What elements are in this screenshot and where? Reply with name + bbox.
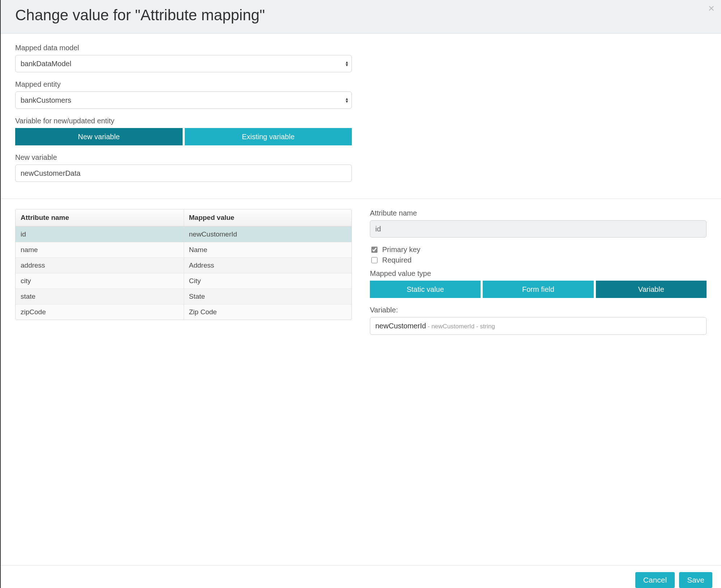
type-form-toggle[interactable]: Form field bbox=[483, 281, 593, 298]
variable-name: newCustomerId bbox=[375, 322, 426, 330]
cell-attribute-name: city bbox=[16, 273, 184, 289]
mapped-model-select[interactable]: bankDataModel bbox=[15, 55, 352, 72]
type-static-toggle[interactable]: Static value bbox=[370, 281, 481, 298]
primary-key-label: Primary key bbox=[382, 246, 421, 254]
required-row[interactable]: Required bbox=[370, 256, 707, 264]
cell-attribute-name: address bbox=[16, 257, 184, 273]
dialog-body: Mapped data model bankDataModel ▴▾ Mappe… bbox=[1, 34, 721, 565]
variable-meta: - newCustomerId - string bbox=[426, 323, 495, 330]
mapped-entity-select[interactable]: bankCustomers bbox=[15, 91, 352, 109]
variable-display[interactable]: newCustomerId - newCustomerId - string bbox=[370, 317, 707, 335]
dialog: Change value for "Attribute mapping" × M… bbox=[0, 0, 721, 588]
cell-attribute-name: zipCode bbox=[16, 304, 184, 320]
attr-name-label: Attribute name bbox=[370, 209, 707, 217]
dialog-header: Change value for "Attribute mapping" × bbox=[1, 0, 721, 34]
table-row[interactable]: cityCity bbox=[16, 273, 351, 289]
cell-mapped-value: Address bbox=[184, 257, 351, 273]
save-button[interactable]: Save bbox=[679, 572, 712, 588]
mapped-entity-label: Mapped entity bbox=[15, 80, 352, 89]
close-icon[interactable]: × bbox=[708, 3, 714, 14]
col-attribute-name: Attribute name bbox=[16, 209, 184, 226]
table-row[interactable]: addressAddress bbox=[16, 257, 351, 273]
var-mode-label: Variable for new/updated entity bbox=[15, 117, 352, 125]
cell-mapped-value: newCustomerId bbox=[184, 226, 351, 242]
table-row[interactable]: idnewCustomerId bbox=[16, 226, 351, 242]
attr-name-group: Attribute name bbox=[370, 209, 707, 238]
table-row[interactable]: zipCodeZip Code bbox=[16, 304, 351, 320]
mapped-entity-group: Mapped entity bankCustomers ▴▾ bbox=[15, 80, 352, 109]
cell-attribute-name: state bbox=[16, 289, 184, 304]
attr-name-input bbox=[370, 220, 707, 238]
mapped-type-group: Mapped value type Static value Form fiel… bbox=[370, 269, 707, 298]
cell-mapped-value: State bbox=[184, 289, 351, 304]
primary-key-row[interactable]: Primary key bbox=[370, 246, 707, 254]
cell-attribute-name: id bbox=[16, 226, 184, 242]
flags-group: Primary key Required bbox=[370, 246, 707, 264]
new-var-group: New variable bbox=[15, 153, 352, 182]
mapped-model-label: Mapped data model bbox=[15, 44, 352, 52]
attribute-table: Attribute name Mapped value idnewCustome… bbox=[15, 209, 352, 320]
cell-mapped-value: City bbox=[184, 273, 351, 289]
new-variable-toggle[interactable]: New variable bbox=[15, 128, 183, 145]
dialog-footer: Cancel Save bbox=[1, 565, 721, 588]
var-mode-group: Variable for new/updated entity New vari… bbox=[15, 117, 352, 145]
cell-mapped-value: Name bbox=[184, 242, 351, 257]
variable-group: Variable: newCustomerId - newCustomerId … bbox=[370, 306, 707, 335]
cell-attribute-name: name bbox=[16, 242, 184, 257]
new-var-label: New variable bbox=[15, 153, 352, 162]
existing-variable-toggle[interactable]: Existing variable bbox=[185, 128, 352, 145]
dialog-title: Change value for "Attribute mapping" bbox=[15, 7, 707, 24]
cancel-button[interactable]: Cancel bbox=[635, 572, 675, 588]
col-mapped-value: Mapped value bbox=[184, 209, 351, 226]
required-label: Required bbox=[382, 256, 411, 264]
required-checkbox[interactable] bbox=[371, 257, 377, 263]
table-row[interactable]: nameName bbox=[16, 242, 351, 257]
new-var-input[interactable] bbox=[15, 165, 352, 182]
table-row[interactable]: stateState bbox=[16, 289, 351, 304]
cell-mapped-value: Zip Code bbox=[184, 304, 351, 320]
mapped-model-group: Mapped data model bankDataModel ▴▾ bbox=[15, 44, 352, 72]
primary-key-checkbox[interactable] bbox=[371, 247, 377, 253]
mapped-type-label: Mapped value type bbox=[370, 269, 707, 278]
section-divider bbox=[1, 199, 721, 199]
variable-label: Variable: bbox=[370, 306, 707, 314]
type-variable-toggle[interactable]: Variable bbox=[596, 281, 707, 298]
